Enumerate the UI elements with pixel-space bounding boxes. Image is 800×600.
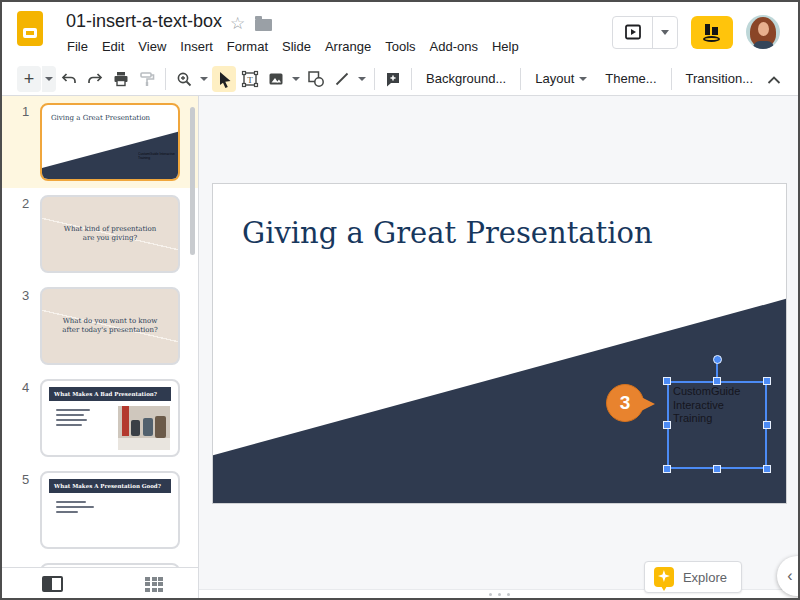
paint-roller-icon — [138, 70, 156, 88]
step-number: 3 — [620, 392, 631, 414]
line-icon — [333, 70, 351, 88]
present-button-group — [612, 16, 678, 49]
classroom-photo — [118, 406, 170, 450]
selected-text-box[interactable]: CustomGuide Interactive Training — [667, 381, 767, 469]
slide-thumbnail-1[interactable]: Giving a Great Presentation CustomGuide … — [40, 103, 180, 181]
zoom-button[interactable] — [172, 66, 196, 92]
image-icon — [267, 70, 285, 88]
slide-thumbnail-5[interactable]: What Makes A Presentation Good? — [40, 471, 180, 549]
redo-button[interactable] — [83, 66, 107, 92]
svg-text:T: T — [247, 74, 253, 84]
grid-view-button[interactable] — [145, 577, 163, 592]
comment-plus-icon — [384, 70, 402, 88]
transition-button[interactable]: Transition... — [677, 66, 762, 91]
resize-handle-bottom-left[interactable] — [663, 465, 671, 473]
slide-row-1: 1 Giving a Great Presentation CustomGuid… — [2, 96, 199, 188]
text-box-button[interactable]: T — [238, 66, 262, 92]
menu-slide[interactable]: Slide — [275, 36, 318, 57]
view-switcher — [2, 567, 199, 600]
chevron-up-icon — [767, 76, 781, 84]
resize-handle-bottom[interactable] — [713, 465, 721, 473]
chevron-down-icon — [200, 77, 208, 81]
redo-icon — [86, 70, 104, 88]
shape-icon — [306, 69, 326, 89]
menu-edit[interactable]: Edit — [95, 36, 131, 57]
document-title[interactable]: 01-insert-a-text-box — [66, 11, 222, 32]
new-slide-dropdown[interactable] — [42, 66, 56, 92]
collapse-toolbar-button[interactable] — [762, 68, 786, 92]
undo-icon — [60, 70, 78, 88]
slide-thumbnail-3[interactable]: What do you want to know after today's p… — [40, 287, 180, 365]
plus-icon: + — [24, 70, 35, 88]
chevron-left-icon: ‹ — [787, 567, 792, 585]
marker-pointer — [641, 397, 655, 411]
chevron-down-icon — [292, 77, 300, 81]
insert-line-button[interactable] — [330, 66, 354, 92]
slide-filmstrip: 1 Giving a Great Presentation CustomGuid… — [2, 96, 199, 567]
explore-button[interactable]: Explore — [644, 561, 742, 593]
rotate-handle[interactable] — [713, 355, 722, 364]
step-3-marker: 3 — [606, 384, 644, 422]
select-tool-button[interactable] — [212, 66, 236, 92]
slide-title-text[interactable]: Giving a Great Presentation — [242, 216, 653, 250]
filmstrip-view-button[interactable] — [42, 576, 63, 592]
text-box-content[interactable]: CustomGuide Interactive Training — [669, 383, 765, 428]
line-dropdown[interactable] — [355, 66, 369, 92]
slide-number: 5 — [22, 472, 29, 487]
present-dropdown[interactable] — [653, 17, 677, 48]
menu-view[interactable]: View — [131, 36, 173, 57]
layout-button[interactable]: Layout — [526, 66, 596, 91]
slide-thumbnail-2[interactable]: What kind of presentation are you giving… — [40, 195, 180, 273]
present-play-icon — [623, 22, 643, 42]
slides-logo-icon[interactable] — [17, 11, 43, 46]
resize-handle-right[interactable] — [763, 421, 771, 429]
chevron-down-icon — [579, 77, 587, 81]
slide-row-6: 6 — [2, 556, 199, 567]
new-slide-button[interactable]: + — [17, 66, 41, 92]
text-box-icon: T — [240, 69, 260, 89]
undo-button[interactable] — [57, 66, 81, 92]
resize-handle-left[interactable] — [663, 421, 671, 429]
thumb-title: What Makes A Presentation Good? — [54, 483, 161, 489]
print-button[interactable] — [109, 66, 133, 92]
star-icon[interactable]: ☆ — [230, 13, 245, 34]
resize-handle-top-left[interactable] — [663, 377, 671, 385]
slide-row-3: 3 What do you want to know after today's… — [2, 280, 199, 372]
slide-canvas-area: Giving a Great Presentation CustomGuide … — [199, 96, 800, 598]
slide-number: 4 — [22, 380, 29, 395]
slide-row-4: 4 What Makes A Bad Presentation? — [2, 372, 199, 464]
slide-number: 2 — [22, 196, 29, 211]
menu-insert[interactable]: Insert — [173, 36, 220, 57]
present-button[interactable] — [613, 17, 653, 48]
toolbar: + — [2, 62, 798, 96]
thumb-side-text: CustomGuide Interactive Training — [138, 152, 176, 160]
folder-icon[interactable] — [255, 19, 272, 31]
menu-arrange[interactable]: Arrange — [318, 36, 378, 57]
insert-image-button[interactable] — [264, 66, 288, 92]
zoom-dropdown[interactable] — [197, 66, 211, 92]
menu-file[interactable]: File — [60, 36, 95, 57]
resize-handle-top-right[interactable] — [763, 377, 771, 385]
insert-comment-button[interactable] — [381, 66, 405, 92]
background-button[interactable]: Background... — [417, 66, 515, 91]
paint-format-button[interactable] — [135, 66, 159, 92]
chevron-down-icon — [45, 77, 53, 81]
current-slide[interactable]: Giving a Great Presentation CustomGuide … — [212, 183, 787, 504]
menu-help[interactable]: Help — [485, 36, 526, 57]
buildings-icon — [703, 24, 721, 40]
menu-bar: File Edit View Insert Format Slide Arran… — [60, 36, 526, 57]
thumb-title: What do you want to know after today's p… — [42, 289, 178, 363]
filmstrip-scrollbar[interactable] — [190, 107, 195, 255]
account-avatar[interactable] — [746, 15, 780, 49]
image-dropdown[interactable] — [289, 66, 303, 92]
customguide-extension-button[interactable] — [691, 16, 733, 49]
menu-format[interactable]: Format — [220, 36, 275, 57]
theme-button[interactable]: Theme... — [596, 66, 665, 91]
menu-addons[interactable]: Add-ons — [423, 36, 485, 57]
insert-shape-button[interactable] — [304, 66, 328, 92]
resize-handle-bottom-right[interactable] — [763, 465, 771, 473]
chevron-down-icon — [358, 77, 366, 81]
menu-tools[interactable]: Tools — [378, 36, 422, 57]
slide-thumbnail-4[interactable]: What Makes A Bad Presentation? — [40, 379, 180, 457]
resize-handle-top[interactable] — [713, 377, 721, 385]
